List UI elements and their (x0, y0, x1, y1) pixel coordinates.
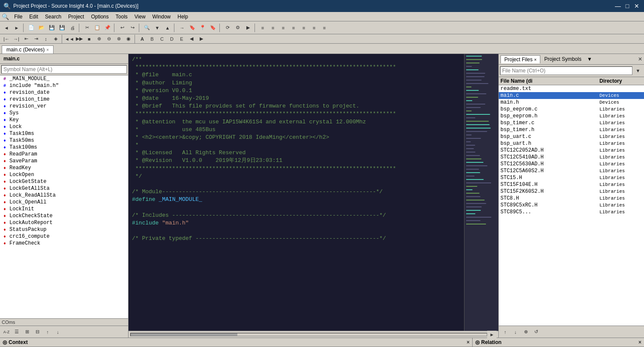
menu-help[interactable]: Help (174, 13, 192, 21)
file-item[interactable]: STC8.HLibraries (499, 195, 644, 202)
toolbar2-back[interactable]: ◄◄ (65, 34, 74, 44)
file-search-input[interactable] (500, 66, 632, 75)
rp-btn2[interactable]: ↓ (511, 327, 520, 337)
toolbar-redo[interactable]: ↪ (128, 23, 137, 33)
toolbar2-fwd[interactable]: ▶▶ (75, 34, 84, 44)
rpanel-close-icon[interactable]: ✕ (638, 56, 642, 62)
menu-options[interactable]: Options (87, 13, 112, 21)
symbol-item[interactable]: #include "main.h" (0, 82, 128, 89)
context-close[interactable]: × (467, 339, 470, 345)
title-controls[interactable]: — □ ✕ (614, 2, 641, 10)
toolbar-forward[interactable]: ► (12, 23, 21, 33)
menu-project[interactable]: Project (65, 13, 87, 21)
file-item[interactable]: STC15F2K60S2.HLibraries (499, 188, 644, 195)
rp-btn4[interactable]: ↺ (531, 327, 541, 337)
symbol-item[interactable]: #_MAIN_MODULE_ (0, 75, 128, 82)
rp-btn1[interactable]: ↑ (500, 327, 510, 337)
symbol-item[interactable]: ♦LockAutoReport (0, 219, 128, 226)
toolbar-bookmark[interactable]: 🔖 (188, 23, 197, 33)
symbol-item[interactable]: ♦revision_date (0, 89, 128, 96)
file-item[interactable]: bsp_eeprom.hLibraries (499, 113, 644, 120)
file-item[interactable]: STC89C5...Libraries (499, 209, 644, 215)
file-item[interactable]: STC89C5xRC.HLibraries (499, 202, 644, 209)
symbol-search-input[interactable] (1, 65, 127, 74)
tab-close-icon[interactable]: × (46, 48, 49, 52)
file-item[interactable]: bsp_eeprom.cLibraries (499, 106, 644, 113)
close-button[interactable]: ✕ (633, 2, 641, 10)
toolbar-bookmark3[interactable]: 🔖 (208, 23, 218, 33)
menu-file[interactable]: File (11, 13, 26, 21)
toolbar-extra3[interactable]: ≡ (279, 23, 288, 33)
toolbar2-btn1[interactable]: |← (2, 34, 11, 44)
sym-btn6[interactable]: ↓ (53, 327, 63, 337)
symbol-item[interactable]: ♦Lock_OpenAll (0, 199, 128, 206)
rpanel-dropdown[interactable]: ▼ (587, 56, 592, 62)
toolbar-saveall[interactable]: 💾 (57, 23, 67, 33)
sym-btn2[interactable]: ☰ (12, 327, 21, 337)
horizontal-scrollbar[interactable] (130, 333, 487, 336)
rp-btn3[interactable]: ⊕ (521, 327, 530, 337)
symbol-item[interactable]: ♦FrameCheck (0, 240, 128, 247)
toolbar-open[interactable]: 📂 (37, 23, 46, 33)
file-item[interactable]: STC15F104E.HLibraries (499, 181, 644, 188)
toolbar-cut[interactable]: ✂ (82, 23, 92, 33)
symbol-item[interactable]: ♦LockGetAllSta (0, 185, 128, 192)
symbol-item[interactable]: ♦Key (0, 117, 128, 123)
file-search-dropdown[interactable]: ▼ (633, 66, 643, 75)
toolbar-sync[interactable]: ⟳ (223, 23, 232, 33)
toolbar-paste[interactable]: 📌 (103, 23, 112, 33)
editor-scrollbar[interactable]: ► (129, 331, 498, 338)
toolbar2-btn3[interactable]: ⇤ (21, 34, 31, 44)
toolbar2-Er[interactable]: E (177, 34, 186, 44)
toolbar-extra7[interactable]: ≡ (320, 23, 329, 33)
sym-btn5[interactable]: ↑ (43, 327, 52, 337)
toolbar-extra4[interactable]: ≡ (289, 23, 298, 33)
file-item[interactable]: STC12C2052AD.HLibraries (499, 147, 644, 154)
toolbar-extra2[interactable]: ≡ (268, 23, 278, 33)
toolbar-findnext[interactable]: ▼ (153, 23, 162, 33)
symbol-item[interactable]: ♦Task10ms (0, 130, 128, 137)
file-item[interactable]: readme.txt (499, 85, 644, 92)
sym-az-btn[interactable]: A-Z (2, 327, 11, 337)
toolbar2-btn4[interactable]: ⇥ (31, 34, 41, 44)
toolbar-new[interactable]: 📄 (27, 23, 36, 33)
file-item[interactable]: bsp_uart.cLibraries (499, 133, 644, 140)
project-files-close[interactable]: × (534, 57, 536, 62)
symbol-item[interactable]: ♦LockOpen (0, 171, 128, 178)
project-files-tab[interactable]: Project Files × (500, 55, 540, 63)
menu-edit[interactable]: Edit (26, 13, 42, 21)
toolbar2-btn2[interactable]: →| (12, 34, 21, 44)
toolbar-goto[interactable]: → (177, 23, 187, 33)
project-symbols-tab[interactable]: Project Symbols (540, 55, 585, 63)
symbol-item[interactable]: ♦SaveParam (0, 158, 128, 165)
toolbar-findprev[interactable]: ▲ (163, 23, 172, 33)
symbol-item[interactable]: ♦revision_ver (0, 103, 128, 110)
toolbar2-btn6[interactable]: ◈ (51, 34, 60, 44)
file-item[interactable]: STC12C5410AD.HLibraries (499, 154, 644, 161)
file-item[interactable]: main.hDevices (499, 99, 644, 106)
minimize-button[interactable]: — (614, 2, 622, 10)
toolbar2-extra10[interactable]: ▶ (197, 34, 206, 44)
toolbar-copy[interactable]: 📋 (93, 23, 102, 33)
toolbar2-extra4[interactable]: ◉ (124, 34, 133, 44)
symbol-item[interactable]: ♦Lock (0, 123, 128, 130)
toolbar-back[interactable]: ◄ (2, 23, 11, 33)
symbol-item[interactable]: ♦LockInit (0, 206, 128, 212)
toolbar2-Dr[interactable]: D (167, 34, 177, 44)
toolbar2-Bw[interactable]: B (147, 34, 157, 44)
scrollbar-thumb[interactable] (131, 333, 237, 336)
file-item[interactable]: STC12C5A60S2.HLibraries (499, 168, 644, 174)
menu-window[interactable]: Window (149, 13, 174, 21)
toolbar-undo[interactable]: ↩ (117, 23, 127, 33)
code-editor[interactable]: /** ************************************… (129, 54, 464, 331)
toolbar2-stop[interactable]: ■ (84, 34, 94, 44)
toolbar2-Cr[interactable]: C (157, 34, 167, 44)
relation-close[interactable]: × (638, 339, 641, 345)
toolbar2-extra1[interactable]: ⊕ (94, 34, 104, 44)
toolbar2-extra9[interactable]: ◀ (187, 34, 196, 44)
file-item[interactable]: bsp_timer.cLibraries (499, 120, 644, 126)
file-item[interactable]: bsp_uart.hLibraries (499, 140, 644, 147)
symbol-item[interactable]: ♦LockGetState (0, 178, 128, 185)
symbol-item[interactable]: ♦Task50ms (0, 137, 128, 144)
toolbar-run[interactable]: ▶ (243, 23, 253, 33)
